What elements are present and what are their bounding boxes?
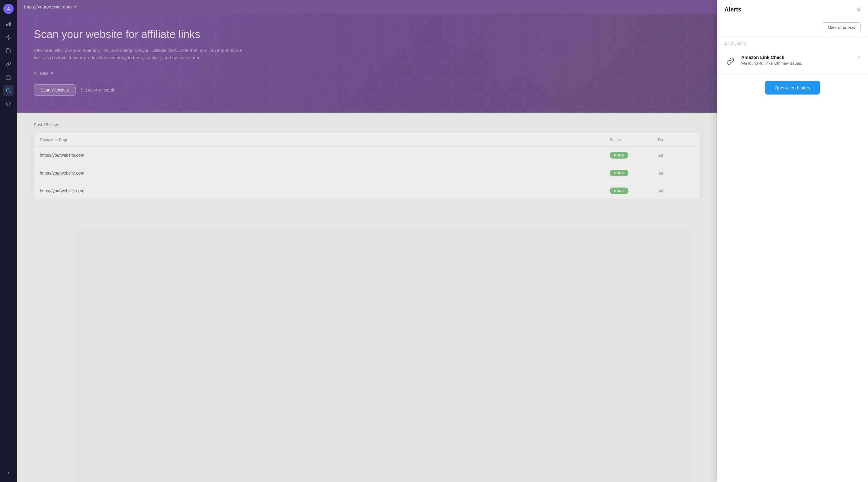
row-domain-1: https://yourwebsite.com	[40, 153, 610, 158]
scan-websites-button[interactable]: Scan Websites	[34, 84, 76, 96]
svg-rect-2	[10, 22, 10, 26]
svg-marker-3	[6, 35, 10, 40]
set-scan-schedule-button[interactable]: Set scan schedule	[81, 88, 115, 92]
row-date-2: Jul	[658, 171, 694, 176]
alerts-date: Jul 21, 2020	[717, 37, 868, 49]
alerts-header: Alerts ×	[717, 0, 868, 18]
table-row: https://yourwebsite.com DONE Jul	[34, 182, 700, 200]
alert-link-icon	[724, 55, 736, 67]
row-status-3: DONE	[610, 187, 628, 194]
svg-rect-4	[6, 76, 11, 80]
table-row: https://yourwebsite.com DONE Jul	[34, 164, 700, 182]
analytics-icon[interactable]	[3, 19, 14, 30]
table-section: Past 15 scans Domain or Page Status Da h…	[17, 113, 717, 482]
avatar: A	[3, 4, 13, 14]
table-header: Domain or Page Status Da	[34, 133, 700, 147]
lightning-icon[interactable]	[3, 32, 14, 43]
close-alerts-button[interactable]: ×	[857, 6, 861, 13]
svg-rect-1	[8, 23, 9, 26]
open-alert-history-button[interactable]: Open alert history	[765, 81, 820, 94]
briefcase-icon[interactable]	[3, 72, 14, 83]
mark-all-read-button[interactable]: Mark all as read	[823, 22, 861, 32]
row-domain-3: https://yourwebsite.com	[40, 188, 610, 193]
alerts-panel: Alerts × Mark all as read Jul 21, 2020 A…	[717, 0, 868, 482]
alerts-action: Open alert history	[717, 74, 868, 102]
svg-rect-0	[6, 24, 7, 26]
link-icon[interactable]	[3, 59, 14, 69]
filter-label: All sites	[34, 71, 48, 76]
table-title: Past 15 scans	[34, 122, 700, 127]
url-chevron: ▼	[74, 5, 77, 9]
hero-subtitle: Affilimate will crawl your sitemap, find…	[34, 47, 245, 61]
scans-table: Domain or Page Status Da https://yourweb…	[34, 133, 700, 200]
hero-title: Scan your website for affiliate links	[34, 28, 700, 41]
alerts-title: Alerts	[724, 6, 742, 13]
sidebar-expand-button[interactable]	[3, 468, 14, 478]
row-date-3: Jul	[658, 189, 694, 193]
filter-chevron: ▼	[50, 71, 54, 76]
col-date: Da	[658, 138, 694, 142]
alert-item-title: Amazon Link Check	[741, 55, 861, 60]
alert-item-description: We found 46 links with new issues.	[741, 61, 861, 65]
row-status-1: DONE	[610, 152, 628, 158]
search-icon-nav[interactable]	[3, 85, 14, 96]
document-icon[interactable]	[3, 45, 14, 56]
hero-buttons: Scan Websites Set scan schedule	[34, 84, 700, 96]
topbar: https://yourwebsite.com ▼	[17, 0, 717, 13]
row-status-2: DONE	[610, 170, 628, 176]
alert-item: Amazon Link Check We found 46 links with…	[717, 49, 868, 74]
sidebar: A	[0, 0, 17, 482]
main-area: https://yourwebsite.com ▼ Scan your webs…	[17, 0, 717, 482]
hero-section: Scan your website for affiliate links Af…	[17, 13, 717, 113]
refresh-icon[interactable]	[3, 98, 14, 109]
alerts-toolbar: Mark all as read	[717, 18, 868, 37]
table-row: https://yourwebsite.com DONE Jul	[34, 147, 700, 164]
svg-line-6	[9, 91, 10, 92]
alert-content: Amazon Link Check We found 46 links with…	[741, 55, 861, 65]
row-domain-2: https://yourwebsite.com	[40, 171, 610, 176]
svg-point-5	[6, 89, 10, 92]
url-display[interactable]: https://yourwebsite.com ▼	[24, 4, 77, 9]
alert-check-icon[interactable]: ✓	[857, 55, 861, 60]
url-text: https://yourwebsite.com	[24, 4, 72, 9]
col-domain: Domain or Page	[40, 138, 610, 142]
row-date-1: Jul	[658, 153, 694, 158]
col-status: Status	[610, 138, 658, 142]
site-filter[interactable]: All sites ▼	[34, 71, 700, 76]
